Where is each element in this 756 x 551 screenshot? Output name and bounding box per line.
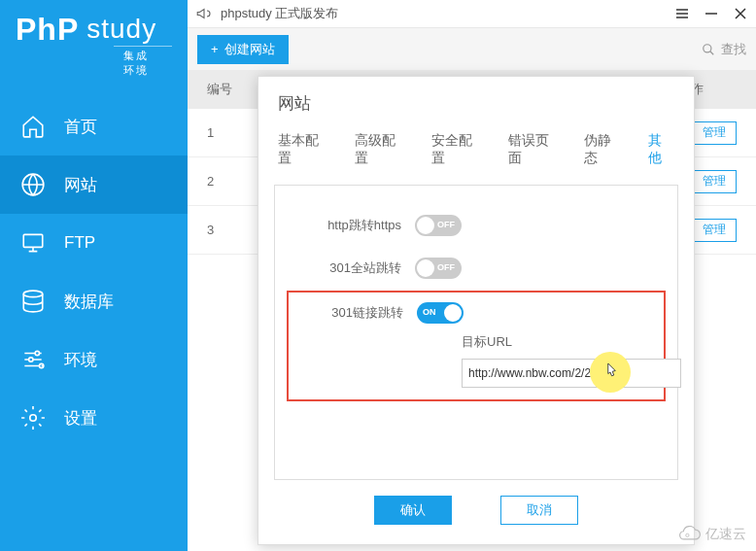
- sidebar: PhPstudy 集成环境 首页 网站 FTP 数据库 环境 设置: [0, 0, 188, 551]
- announce-text: phpstudy 正式版发布: [221, 5, 674, 22]
- modal-tabs: 基本配置 高级配置 安全配置 错误页面 伪静态 其他: [258, 124, 694, 175]
- plus-icon: +: [211, 42, 219, 56]
- sidebar-item-database[interactable]: 数据库: [0, 272, 188, 330]
- globe-icon: [19, 171, 47, 198]
- tab-rewrite[interactable]: 伪静态: [580, 124, 628, 175]
- tab-content: http跳转https OFF 301全站跳转 OFF 301链接跳转 ON: [274, 185, 678, 480]
- watermark: 亿速云: [676, 526, 746, 543]
- toggle-text: OFF: [437, 262, 455, 272]
- sidebar-item-label: FTP: [64, 233, 95, 253]
- toggle-knob: [417, 217, 434, 234]
- close-icon[interactable]: [733, 6, 748, 21]
- megaphone-icon: [195, 5, 213, 22]
- nav: 首页 网站 FTP 数据库 环境 设置: [0, 97, 188, 447]
- row-num: 1: [188, 125, 246, 140]
- menu-icon[interactable]: [674, 6, 690, 21]
- watermark-text: 亿速云: [705, 526, 746, 543]
- confirm-button[interactable]: 确认: [374, 496, 452, 525]
- logo-sub: 集成环境: [114, 46, 172, 78]
- sidebar-item-ftp[interactable]: FTP: [0, 214, 188, 272]
- tab-advanced[interactable]: 高级配置: [351, 124, 412, 175]
- logo-brand-s: study: [86, 16, 156, 43]
- create-site-button[interactable]: + 创建网站: [197, 35, 289, 64]
- modal-title: 网站: [258, 77, 694, 124]
- sidebar-item-environment[interactable]: 环境: [0, 330, 188, 389]
- cancel-button[interactable]: 取消: [500, 496, 578, 525]
- opt-full-301: 301全站跳转 OFF: [294, 258, 658, 279]
- topbar: phpstudy 正式版发布: [188, 0, 756, 27]
- toggle-link-301[interactable]: ON: [417, 302, 464, 324]
- toggle-text: OFF: [437, 220, 455, 229]
- sidebar-item-label: 首页: [64, 116, 97, 138]
- target-url-input[interactable]: [462, 359, 681, 388]
- sidebar-item-label: 网站: [64, 174, 97, 196]
- opt-label: http跳转https: [294, 217, 401, 234]
- sidebar-item-home[interactable]: 首页: [0, 97, 188, 155]
- row-num: 3: [188, 223, 246, 237]
- target-label: 目标URL: [462, 333, 656, 351]
- cursor-highlight: [590, 352, 631, 393]
- create-label: 创建网站: [224, 41, 275, 58]
- database-icon: [19, 288, 47, 315]
- logo: PhPstudy 集成环境: [0, 0, 188, 87]
- toggle-full-301[interactable]: OFF: [415, 258, 462, 279]
- search-icon: [702, 43, 715, 56]
- sliders-icon: [19, 346, 47, 373]
- svg-point-6: [30, 415, 37, 422]
- svg-point-8: [686, 534, 689, 536]
- toggle-knob: [444, 304, 462, 322]
- toolbar: + 创建网站 查找: [188, 27, 756, 70]
- gear-icon: [19, 404, 47, 431]
- svg-point-3: [35, 351, 39, 355]
- sidebar-item-label: 环境: [64, 349, 97, 371]
- manage-button[interactable]: 管理: [692, 170, 737, 193]
- toggle-text: ON: [423, 307, 436, 317]
- pointer-icon: [601, 362, 619, 383]
- tab-other[interactable]: 其他: [644, 124, 678, 175]
- svg-rect-1: [23, 234, 43, 247]
- tab-security[interactable]: 安全配置: [428, 124, 489, 175]
- col-num: 编号: [188, 81, 246, 98]
- svg-point-7: [704, 44, 711, 52]
- svg-point-2: [23, 291, 43, 297]
- logo-brand-p: PhP: [16, 12, 79, 47]
- opt-link-301: 301链接跳转 ON: [296, 302, 656, 324]
- modal-footer: 确认 取消: [258, 496, 694, 544]
- sidebar-item-label: 设置: [64, 407, 97, 430]
- tab-basic[interactable]: 基本配置: [274, 124, 335, 175]
- home-icon: [19, 113, 47, 140]
- opt-label: 301链接跳转: [296, 304, 403, 322]
- sidebar-item-website[interactable]: 网站: [0, 155, 188, 214]
- toggle-http-https[interactable]: OFF: [415, 215, 462, 236]
- site-modal: 网站 基本配置 高级配置 安全配置 错误页面 伪静态 其他 http跳转http…: [258, 76, 695, 545]
- manage-button[interactable]: 管理: [692, 121, 737, 145]
- sidebar-item-label: 数据库: [64, 291, 114, 313]
- cloud-icon: [676, 526, 702, 543]
- sidebar-item-settings[interactable]: 设置: [0, 389, 188, 447]
- manage-button[interactable]: 管理: [692, 219, 737, 242]
- search-label: 查找: [721, 41, 746, 58]
- search-area[interactable]: 查找: [702, 41, 746, 58]
- toggle-knob: [417, 259, 434, 277]
- row-num: 2: [188, 174, 246, 189]
- minimize-icon[interactable]: [704, 6, 719, 21]
- opt-label: 301全站跳转: [294, 259, 401, 277]
- svg-point-4: [29, 358, 33, 362]
- opt-http-https: http跳转https OFF: [294, 215, 658, 236]
- tab-error[interactable]: 错误页面: [504, 124, 566, 175]
- monitor-icon: [19, 229, 47, 257]
